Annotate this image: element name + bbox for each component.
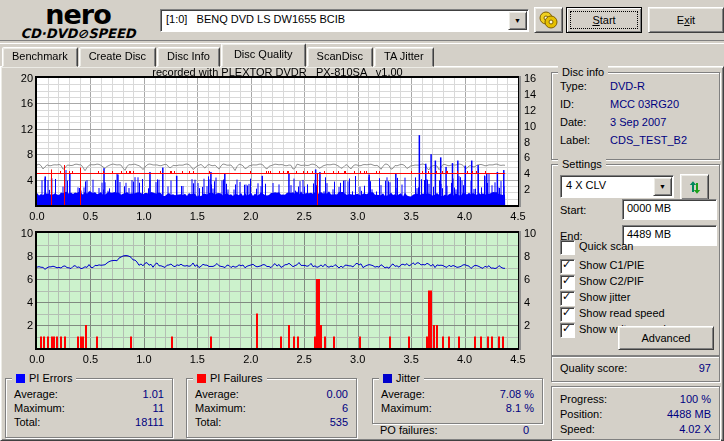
disc-date-value: 3 Sep 2007 [610,116,666,129]
recorded-with-label: recorded with PLEXTOR DVDR PX-810SA v1.0… [37,66,518,78]
stat-label: Average: [195,388,239,401]
speed-select-arrow[interactable]: ▼ [653,177,672,196]
jitter-panel-title: Jitter [379,372,424,385]
progress-value: 100 % [680,393,711,406]
po-failures-label: PO failures: [380,424,437,436]
checkbox-label: Show C1/PIE [579,259,644,272]
start-button-key: S [592,14,599,26]
disc-type-label: Type: [560,80,587,93]
checkbox-box[interactable] [560,307,575,322]
nero-logo-text: nero [2,1,154,28]
jitter-panel: Jitter Average:7.08 % Maximum:8.1 % [372,378,543,424]
speed-select[interactable]: 4 X CLV ▼ [560,175,674,198]
checkbox-box[interactable] [560,275,575,290]
start-field-label: Start: [560,204,586,216]
quality-score-label: Quality score: [560,362,627,375]
stat-row: Maximum:11 [6,402,172,415]
quality-score-value: 97 [699,362,711,375]
checkbox-show-c1-pie[interactable]: Show C1/PIE [560,258,715,273]
disc-info-button[interactable] [534,7,563,33]
drive-select-value: [1:0] BENQ DVD LS DW1655 BCIB [166,13,508,25]
checkbox-box[interactable] [560,259,575,274]
stat-value: 11 [153,402,164,415]
tab-disc-quality[interactable]: Disc Quality [221,43,306,67]
disc-label-value: CDS_TEST_B2 [610,134,687,147]
settings-group: Settings 4 X CLV ▼ Start: 0000 MB End: 4… [551,164,720,356]
pi-errors-title-text: PI Errors [29,372,72,385]
stat-label: Maximum: [195,402,246,415]
po-failures-row: PO failures: 0 [372,424,541,437]
tab-disc-info[interactable]: Disc Info [157,47,220,67]
tab-label: TA Jitter [384,50,424,62]
pi-errors-chart [0,64,545,226]
pi-errors-panel: PI Errors Average:1.01 Maximum:11 Total:… [5,378,173,438]
quality-score-panel: Quality score: 97 [551,356,720,382]
stat-value: 18111 [135,416,164,429]
progress-label: Progress: [560,393,607,406]
stat-row: Total:535 [187,416,356,429]
disc-id-row: ID:MCC 03RG20 [552,98,719,111]
stat-value: 6 [342,402,348,415]
exit-button-label-rest: it [690,14,696,26]
disc-id-label: ID: [560,98,574,111]
checkbox-show-jitter[interactable]: Show jitter [560,290,715,305]
po-failures-value: 0 [523,424,529,436]
checkbox-label: Show read speed [579,307,665,320]
stat-value: 1.01 [143,388,164,401]
jitter-legend-swatch [383,374,392,383]
stat-label: Maximum: [14,402,65,415]
stat-row: Average:7.08 % [373,388,542,401]
pi-failures-panel-title: PI Failures [193,372,267,385]
tab-ta-jitter[interactable]: TA Jitter [374,47,434,67]
advanced-button[interactable]: Advanced [618,326,714,350]
pi-failures-legend-swatch [197,374,206,383]
speed-row: Speed:4.02 X [552,423,719,436]
stat-row: Average:1.01 [6,388,172,401]
tab-create-disc[interactable]: Create Disc [79,47,156,67]
stat-row: Maximum:6 [187,402,356,415]
pi-errors-legend-swatch [16,374,25,383]
tab-benchmark[interactable]: Benchmark [2,47,78,67]
stat-row: Maximum:8.1 % [373,402,542,415]
progress-row: Progress:100 % [552,393,719,406]
checkbox-label: Quick scan [579,240,633,253]
checkbox-quick-scan[interactable]: Quick scan [560,239,715,254]
position-label: Position: [560,408,602,421]
start-button-label-rest: tart [600,14,616,26]
checkbox-box[interactable] [560,323,575,338]
tab-label: Benchmark [12,50,68,62]
drive-select[interactable]: [1:0] BENQ DVD LS DW1655 BCIB ▼ [160,9,529,32]
checkbox-show-read-speed[interactable]: Show read speed [560,306,715,321]
disc-date-label: Date: [560,116,586,129]
checkbox-label: Show C2/PIF [579,275,644,288]
tab-bar: Benchmark Create Disc Disc Info Disc Qua… [2,45,435,67]
tab-scandisc[interactable]: ScanDisc [307,47,373,67]
start-button[interactable]: Start [566,7,642,33]
drive-select-arrow[interactable]: ▼ [508,11,527,30]
speed-value: 4.02 X [679,423,711,436]
advanced-button-label: Advanced [642,332,691,344]
tab-label: Disc Quality [234,48,293,60]
checkbox-box[interactable] [560,240,575,255]
chevron-down-icon: ▼ [659,183,666,190]
stat-label: Average: [381,388,425,401]
cd-dvd-speed-logo-text: CD·DVD⊘SPEED [2,27,154,40]
checkbox-box[interactable] [560,291,575,306]
refresh-icon [688,180,702,195]
stat-row: Total:18111 [6,416,172,429]
progress-panel: Progress:100 % Position:4488 MB Speed:4.… [551,386,720,440]
refresh-button[interactable] [680,174,709,200]
stat-row: Average:0.00 [187,388,356,401]
disc-type-row: Type:DVD-R [552,80,719,93]
disc-id-value: MCC 03RG20 [610,98,679,111]
start-field[interactable]: 0000 MB [622,199,717,220]
disc-label-row: Label:CDS_TEST_B2 [552,134,719,147]
stat-label: Total: [14,416,40,429]
checkbox-show-c2-pif[interactable]: Show C2/PIF [560,274,715,289]
exit-button[interactable]: Exit [648,7,724,33]
speed-label: Speed: [560,423,595,436]
stat-value: 535 [330,416,348,429]
tab-label: Disc Info [167,50,210,62]
toolbar-separator [0,40,724,44]
disc-info-group: Disc info Type:DVD-R ID:MCC 03RG20 Date:… [551,72,720,160]
